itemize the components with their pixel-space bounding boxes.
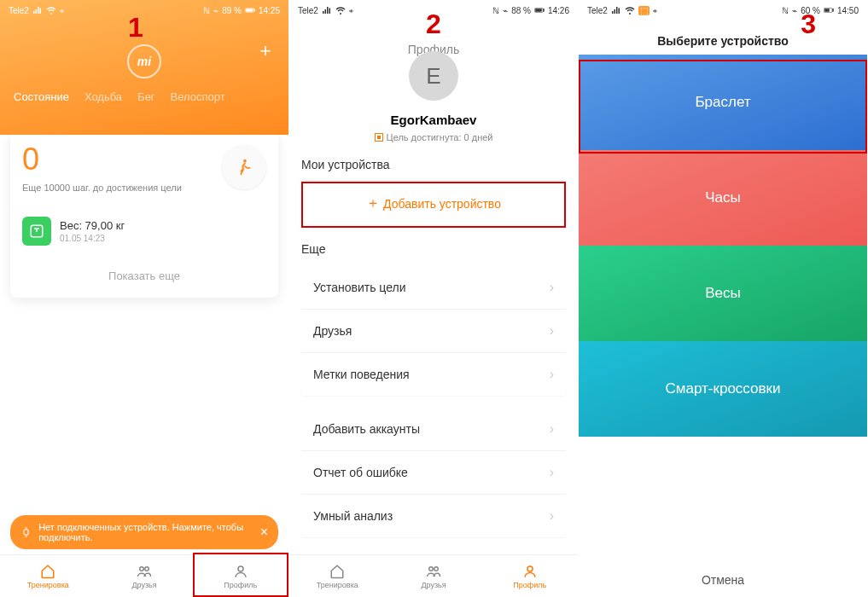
home-icon (40, 564, 55, 579)
svg-point-14 (527, 566, 533, 571)
carrier: Tele2 (587, 6, 608, 15)
nav-profile[interactable]: Профиль (481, 555, 578, 597)
nav-workout-label: Тренировка (27, 581, 69, 589)
svg-point-3 (243, 159, 247, 163)
infinity-icon: ⧞ (349, 6, 353, 15)
item-label: Метки поведения (313, 368, 410, 381)
infinity-icon: ⧞ (60, 6, 64, 15)
add-icon[interactable]: ＋ (256, 38, 275, 63)
tab-run[interactable]: Бег (137, 90, 155, 103)
nav-workout[interactable]: Тренировка (0, 555, 96, 597)
bluetooth-icon: ⌁ (213, 6, 218, 15)
highlight-box (301, 182, 566, 228)
walk-icon (222, 145, 266, 189)
step-number: 3 (801, 9, 816, 40)
highlight-box (579, 60, 867, 154)
bluetooth-icon: ⌁ (792, 6, 797, 15)
app-badge-icon: ⬚ (638, 6, 650, 15)
chevron-right-icon: › (550, 280, 554, 295)
svg-rect-5 (24, 530, 28, 536)
bugreport-item[interactable]: Отчет об ошибке › (301, 451, 566, 495)
clock: 14:25 (259, 6, 280, 15)
battery-pct: 89 % (222, 6, 242, 15)
cancel-button[interactable]: Отмена (579, 573, 867, 587)
chevron-right-icon: › (550, 465, 554, 480)
wifi-icon (335, 5, 346, 15)
nav-friends[interactable]: Друзья (96, 555, 193, 597)
svg-rect-10 (543, 9, 544, 12)
signal-icon (32, 5, 43, 15)
svg-rect-16 (832, 9, 833, 12)
status-bar: Tele2 ⧞ ℕ ⌁ 89 % 14:25 (0, 0, 288, 20)
settings-list-1: Установить цели › Друзья › Метки поведен… (301, 266, 566, 396)
nfc-icon: ℕ (203, 6, 210, 15)
nav-workout[interactable]: Тренировка (289, 555, 386, 597)
tab-bike[interactable]: Велоспорт (171, 90, 225, 103)
behavior-item[interactable]: Метки поведения › (301, 353, 566, 396)
nfc-icon: ℕ (492, 6, 499, 15)
status-card: 0 Еще 10000 шаг. до достижения цели Вес:… (10, 130, 278, 298)
clock: 14:26 (548, 6, 569, 15)
nav-friends[interactable]: Друзья (386, 555, 482, 597)
signal-icon (611, 5, 621, 15)
friends-item[interactable]: Друзья › (301, 310, 566, 353)
avatar[interactable]: E (409, 51, 458, 101)
item-label: Установить цели (313, 281, 406, 294)
tab-walk[interactable]: Ходьба (84, 90, 122, 103)
item-label: Отчет об ошибке (313, 466, 408, 479)
chevron-right-icon: › (550, 508, 554, 524)
svg-point-13 (434, 566, 439, 571)
mi-logo: mi (127, 44, 161, 78)
svg-point-7 (145, 566, 149, 571)
svg-point-6 (140, 566, 144, 571)
chevron-right-icon: › (550, 421, 554, 437)
carrier: Tele2 (9, 6, 29, 15)
scale-icon (22, 217, 51, 246)
friends-icon (137, 564, 152, 579)
steps-count: 0 (22, 142, 182, 177)
tile-shoes[interactable]: Смарт-кроссовки (579, 341, 867, 437)
tab-status[interactable]: Состояние (14, 90, 69, 103)
weight-time: 01.05 14:23 (60, 234, 125, 243)
battery-pct: 88 % (511, 6, 531, 15)
wifi-icon (625, 5, 635, 15)
accounts-item[interactable]: Добавить аккаунты › (301, 408, 566, 451)
tile-label: Весы (705, 285, 741, 302)
step-number: 1 (128, 12, 143, 43)
svg-rect-11 (535, 9, 541, 12)
nav-profile-label: Профиль (513, 581, 546, 589)
more-section: Еще (301, 242, 566, 256)
username: EgorKambaev (289, 113, 578, 127)
nfc-icon: ℕ (782, 6, 789, 15)
chevron-right-icon: › (550, 367, 554, 382)
status-bar: Tele2 ⬚ ⧞ ℕ ⌁ 60 % 14:50 (579, 0, 867, 20)
wifi-icon (46, 5, 56, 15)
tabs: Состояние Ходьба Бег Велоспорт (0, 78, 288, 113)
smart-analysis-item[interactable]: Умный анализ › (301, 495, 566, 537)
target-icon (375, 133, 383, 142)
infinity-icon: ⧞ (653, 6, 657, 15)
settings-list-2: Добавить аккаунты › Отчет об ошибке › Ум… (301, 408, 566, 537)
weight-row[interactable]: Вес: 79,00 кг 01.05 14:23 (22, 217, 266, 246)
choose-device-title: Выберите устройство (579, 34, 867, 48)
close-icon[interactable]: × (260, 525, 268, 540)
tile-scale[interactable]: Весы (579, 246, 867, 341)
bluetooth-icon: ⌁ (503, 6, 508, 15)
nav-workout-label: Тренировка (317, 581, 358, 589)
home-icon (329, 564, 345, 579)
tile-watch[interactable]: Часы (579, 150, 867, 246)
profile-icon (522, 564, 538, 579)
item-label: Умный анализ (313, 509, 393, 523)
signal-icon (322, 5, 332, 15)
show-more[interactable]: Показать еще (22, 266, 266, 286)
toast-text: Нет подключенных устройств. Нажмите, что… (38, 522, 253, 542)
no-device-toast[interactable]: Нет подключенных устройств. Нажмите, что… (10, 515, 278, 549)
battery-icon (534, 5, 545, 15)
weight-label: Вес: 79,00 кг (60, 219, 125, 232)
steps-subtext: Еще 10000 шаг. до достижения цели (22, 183, 182, 193)
clock: 14:50 (837, 6, 859, 15)
goals-item[interactable]: Установить цели › (301, 266, 566, 310)
tile-label: Часы (705, 189, 741, 206)
battery-icon (824, 5, 834, 15)
devices-section: Мои устройства (301, 158, 566, 171)
